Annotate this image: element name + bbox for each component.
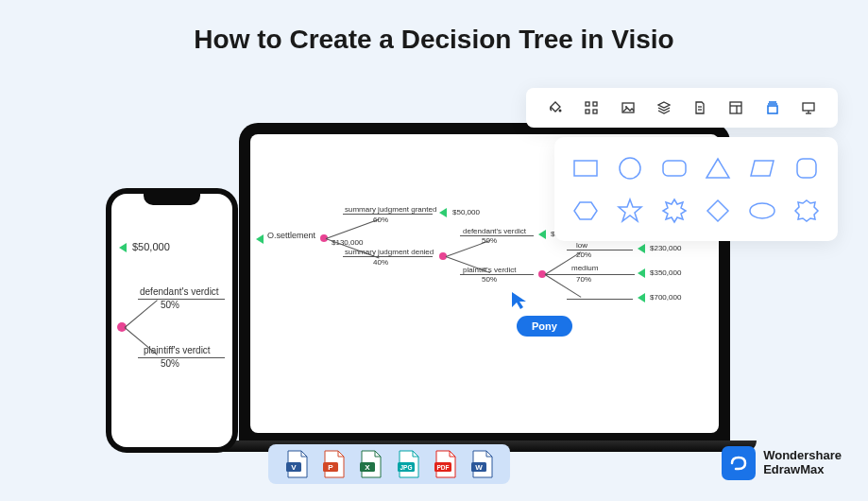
svg-rect-19 <box>797 159 816 178</box>
tree-edge <box>343 214 433 215</box>
shape-triangle[interactable] <box>700 150 737 185</box>
phone-value: $50,000 <box>132 241 170 252</box>
phone-frame: $50,000 defendant's verdict 50% plaintif… <box>106 188 238 453</box>
svg-rect-1 <box>586 102 589 106</box>
svg-point-0 <box>559 110 562 112</box>
svg-text:P: P <box>328 463 333 472</box>
tree-leaf-icon <box>538 230 546 239</box>
phone-screen: $50,000 defendant's verdict 50% plaintif… <box>111 194 232 447</box>
tree-edge <box>567 250 633 250</box>
tree-edge <box>343 256 433 257</box>
tree-leaf-icon <box>256 234 264 244</box>
branch-pct: 20% <box>576 250 591 259</box>
svg-point-17 <box>620 158 640 179</box>
svg-point-20 <box>750 203 774 218</box>
layout-icon[interactable] <box>727 99 744 116</box>
export-word[interactable]: W <box>469 450 494 478</box>
tree-leaf-icon <box>638 268 645 278</box>
library-icon[interactable] <box>764 99 781 116</box>
shape-hexagon[interactable] <box>568 193 604 228</box>
branch-pct: 50% <box>482 275 497 284</box>
svg-rect-18 <box>663 161 686 176</box>
svg-text:V: V <box>291 463 297 472</box>
svg-rect-12 <box>768 106 777 113</box>
svg-rect-13 <box>803 103 814 111</box>
export-pdf[interactable]: PDF <box>433 450 457 478</box>
branch-pct: 50% <box>161 300 179 310</box>
logo-line2: EdrawMax <box>763 463 842 477</box>
branch-label: low <box>576 241 587 250</box>
svg-text:W: W <box>476 463 484 472</box>
tree-edge <box>138 357 225 358</box>
svg-text:PDF: PDF <box>436 464 449 471</box>
root-label: O.settlement <box>267 231 315 240</box>
leaf-value: $230,000 <box>650 244 681 252</box>
image-icon[interactable] <box>620 99 637 116</box>
branch-pct: 60% <box>373 216 388 224</box>
tree-edge <box>460 235 534 236</box>
shapes-panel <box>554 137 838 241</box>
tree-leaf-icon <box>119 243 127 252</box>
branch-label: medium <box>571 264 598 272</box>
logo-mark-icon <box>722 446 756 480</box>
page-title: How to Create a Decision Tree in Visio <box>0 0 868 55</box>
svg-rect-2 <box>593 102 597 106</box>
branch-label: summary judgment granted <box>345 205 436 214</box>
grid-icon[interactable] <box>583 99 600 116</box>
logo-text: Wondershare EdrawMax <box>763 449 842 477</box>
phone-notch <box>144 194 200 205</box>
layers-icon[interactable] <box>655 99 672 116</box>
branch-label: plaintiff's verdict <box>144 345 211 355</box>
tree-leaf-icon <box>439 208 447 217</box>
svg-rect-3 <box>586 110 589 113</box>
svg-rect-9 <box>730 102 741 113</box>
branch-label: defendant's verdict <box>463 227 526 235</box>
tree-edge <box>138 299 225 300</box>
shape-rectangle[interactable] <box>568 150 604 185</box>
cursor-icon <box>510 290 531 311</box>
shape-diamond[interactable] <box>700 193 737 228</box>
branch-label: defendant's verdict <box>140 286 219 297</box>
svg-text:X: X <box>366 463 371 472</box>
branch-label: summary judgment denied <box>345 248 434 256</box>
export-powerpoint[interactable]: P <box>321 450 346 478</box>
leaf-value: $700,000 <box>650 293 681 302</box>
tree-leaf-icon <box>638 244 645 253</box>
shape-rounded-square[interactable] <box>788 150 825 185</box>
export-visio[interactable]: V <box>284 450 309 478</box>
svg-rect-16 <box>574 161 597 176</box>
branch-pct: 50% <box>161 358 179 369</box>
tree-edge <box>326 219 380 239</box>
svg-rect-4 <box>593 110 597 113</box>
tree-edge <box>567 299 633 300</box>
brand-logo: Wondershare EdrawMax <box>722 446 842 480</box>
fill-icon[interactable] <box>547 99 564 116</box>
export-excel[interactable]: X <box>358 450 383 478</box>
branch-pct: 70% <box>576 275 591 284</box>
presentation-icon[interactable] <box>800 99 817 116</box>
leaf-value: $50,000 <box>452 208 480 216</box>
shape-seal[interactable] <box>788 193 825 228</box>
branch-pct: 50% <box>482 236 497 245</box>
leaf-value: $350,000 <box>650 268 681 277</box>
tree-leaf-icon <box>638 293 645 302</box>
shape-rounded-rect[interactable] <box>655 150 692 185</box>
branch-pct: 40% <box>373 258 388 267</box>
shape-star[interactable] <box>612 193 649 228</box>
logo-line1: Wondershare <box>763 449 842 463</box>
export-jpg[interactable]: JPG <box>396 450 420 478</box>
toolbar <box>526 88 838 128</box>
tree-edge <box>125 300 158 328</box>
page-icon[interactable] <box>691 99 708 116</box>
pony-badge[interactable]: Pony <box>517 316 572 337</box>
shape-circle[interactable] <box>612 150 649 185</box>
export-bar: V P X JPG PDF W <box>268 444 510 484</box>
shape-ellipse[interactable] <box>744 193 781 228</box>
svg-text:JPG: JPG <box>400 464 412 471</box>
tree-edge <box>460 274 534 275</box>
shape-burst[interactable] <box>655 193 692 228</box>
shape-parallelogram[interactable] <box>744 150 781 185</box>
branch-label: plaintiff's verdict <box>463 266 517 274</box>
